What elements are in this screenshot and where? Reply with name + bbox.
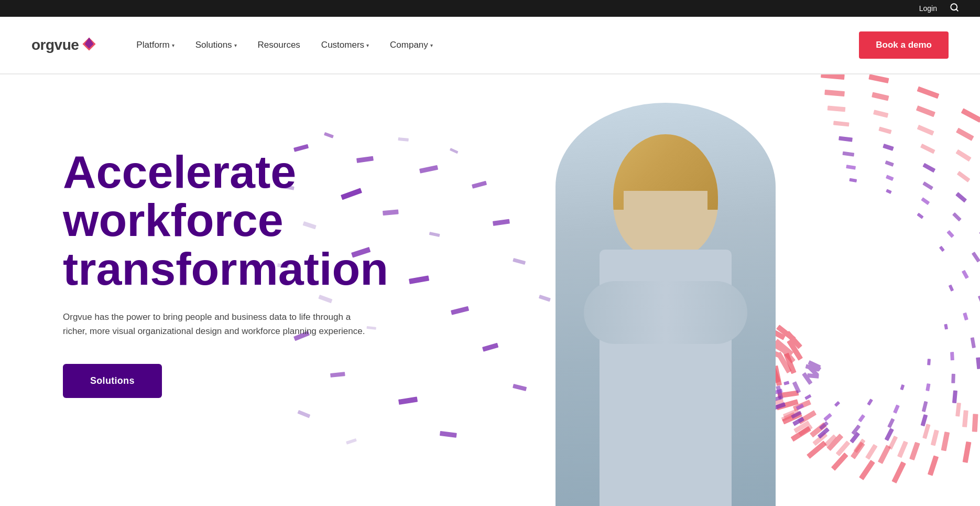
- hero-section: Accelerate workforce transformation Orgv…: [0, 74, 980, 506]
- svg-rect-149: [925, 383, 930, 391]
- svg-rect-33: [440, 431, 457, 438]
- svg-rect-165: [804, 394, 811, 400]
- svg-rect-113: [883, 144, 894, 151]
- svg-rect-37: [917, 87, 940, 99]
- svg-rect-144: [921, 197, 930, 205]
- svg-rect-112: [839, 136, 853, 142]
- solutions-button[interactable]: Solutions: [63, 364, 162, 398]
- logo-text: orgvue: [31, 37, 79, 53]
- svg-rect-97: [920, 144, 935, 154]
- nav-item-company[interactable]: Company ▾: [382, 36, 441, 55]
- login-link[interactable]: Login: [919, 4, 937, 13]
- chevron-down-icon: ▾: [430, 42, 433, 48]
- svg-rect-135: [951, 374, 955, 383]
- svg-rect-70: [909, 442, 920, 460]
- svg-rect-155: [849, 178, 857, 182]
- nav-item-customers[interactable]: Customers ▾: [313, 36, 377, 55]
- svg-rect-88: [931, 429, 939, 446]
- svg-rect-87: [962, 410, 968, 427]
- nav-item-platform[interactable]: Platform ▾: [128, 36, 182, 55]
- svg-rect-147: [963, 313, 968, 320]
- svg-rect-151: [858, 414, 865, 422]
- svg-rect-159: [949, 285, 954, 292]
- svg-rect-31: [513, 384, 527, 391]
- svg-rect-134: [971, 337, 976, 348]
- svg-rect-150: [893, 404, 900, 413]
- top-bar: Login: [0, 0, 980, 17]
- headline-line1: Accelerate: [63, 146, 296, 198]
- svg-rect-143: [886, 175, 894, 181]
- svg-rect-35: [821, 74, 845, 80]
- nav-item-resources[interactable]: Resources: [249, 36, 309, 55]
- nav-item-solutions[interactable]: Solutions ▾: [187, 36, 245, 55]
- svg-rect-120: [952, 390, 957, 403]
- svg-rect-9: [398, 137, 408, 142]
- svg-rect-128: [842, 152, 854, 157]
- svg-rect-48: [928, 455, 939, 476]
- svg-rect-104: [955, 403, 961, 417]
- svg-rect-163: [867, 399, 873, 405]
- svg-rect-17: [429, 232, 440, 237]
- svg-rect-80: [955, 149, 971, 162]
- svg-rect-161: [927, 359, 931, 365]
- svg-rect-156: [886, 189, 892, 194]
- headline-line2: workforce: [63, 194, 284, 246]
- chevron-down-icon: ▾: [366, 42, 369, 48]
- svg-rect-129: [885, 160, 894, 167]
- hero-subtitle: Orgvue has the power to bring people and…: [63, 310, 367, 338]
- svg-rect-145: [946, 230, 954, 238]
- svg-rect-157: [917, 213, 923, 219]
- svg-rect-24: [451, 306, 469, 315]
- svg-rect-146: [962, 270, 969, 279]
- svg-rect-20: [409, 275, 429, 284]
- svg-rect-119: [976, 357, 980, 369]
- nav-label-resources: Resources: [258, 40, 300, 50]
- svg-rect-77: [827, 105, 846, 112]
- svg-rect-60: [956, 128, 974, 141]
- svg-rect-115: [955, 192, 967, 202]
- chevron-down-icon: ▾: [234, 42, 237, 48]
- navbar: orgvue Platform ▾ Solutions ▾ Resources …: [0, 17, 980, 74]
- svg-rect-131: [952, 212, 962, 222]
- svg-rect-148: [950, 352, 954, 360]
- svg-rect-27: [482, 343, 498, 352]
- svg-rect-10: [419, 165, 438, 174]
- svg-rect-96: [878, 127, 891, 134]
- svg-rect-132: [972, 252, 980, 262]
- svg-rect-47: [963, 442, 972, 463]
- svg-rect-114: [922, 163, 935, 173]
- nav-label-customers: Customers: [321, 40, 364, 50]
- svg-rect-164: [834, 401, 840, 407]
- svg-rect-50: [859, 460, 875, 480]
- svg-rect-30: [398, 396, 418, 405]
- hero-headline: Accelerate workforce transformation: [63, 148, 388, 293]
- nav-links: Platform ▾ Solutions ▾ Resources Custome…: [128, 36, 859, 55]
- logo[interactable]: orgvue: [31, 37, 96, 53]
- svg-rect-68: [972, 414, 978, 432]
- svg-rect-57: [824, 90, 845, 96]
- svg-rect-21: [513, 258, 526, 265]
- svg-rect-32: [346, 438, 357, 445]
- logo-diamond-icon: [82, 37, 96, 53]
- svg-rect-137: [887, 418, 895, 428]
- hero-content: Accelerate workforce transformation Orgv…: [0, 116, 388, 429]
- svg-rect-89: [897, 440, 908, 458]
- nav-label-platform: Platform: [136, 40, 169, 50]
- svg-rect-18: [493, 219, 510, 226]
- svg-rect-98: [957, 171, 971, 182]
- svg-rect-49: [891, 461, 906, 483]
- svg-rect-162: [900, 384, 905, 390]
- svg-line-1: [956, 9, 957, 10]
- svg-rect-160: [944, 324, 948, 330]
- book-demo-button[interactable]: Book a demo: [859, 31, 949, 59]
- search-icon[interactable]: [950, 3, 959, 14]
- svg-rect-136: [922, 401, 928, 412]
- svg-rect-36: [868, 74, 889, 83]
- svg-rect-133: [978, 295, 980, 305]
- svg-rect-95: [833, 121, 850, 126]
- svg-rect-59: [916, 105, 935, 117]
- svg-rect-90: [865, 444, 878, 460]
- chevron-down-icon: ▾: [172, 42, 175, 48]
- svg-rect-58: [872, 92, 889, 101]
- svg-rect-78: [873, 110, 888, 118]
